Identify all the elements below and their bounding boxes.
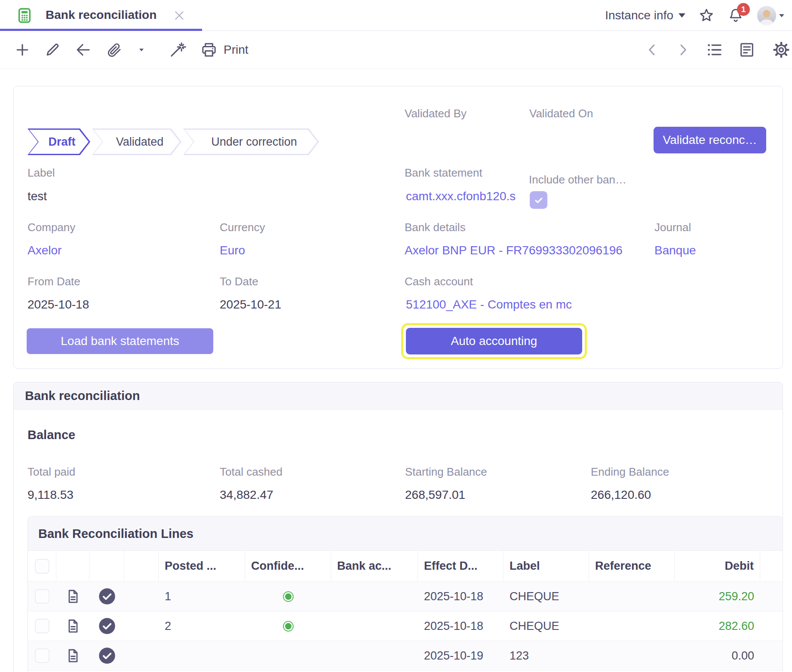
header-reference[interactable]: Reference bbox=[589, 551, 675, 581]
attachment-paperclip-button[interactable] bbox=[106, 42, 123, 58]
settings-gear-icon[interactable] bbox=[772, 41, 790, 59]
print-button[interactable]: Print bbox=[200, 41, 249, 58]
bank-statement-label: Bank statement bbox=[405, 166, 482, 180]
panel-title: Bank reconciliation bbox=[14, 382, 783, 409]
header-label[interactable]: Label bbox=[503, 551, 589, 581]
cell-posted: 1 bbox=[159, 590, 245, 603]
lines-table-header: Posted ... Confide... Bank ac... Effect … bbox=[28, 551, 783, 581]
currency-label: Currency bbox=[220, 221, 265, 234]
starting-balance-value: 268,597.01 bbox=[405, 488, 465, 502]
total-cashed-value: 34,882.47 bbox=[220, 488, 273, 502]
cell-debit: 0.00 bbox=[675, 649, 760, 663]
tab-bar: Bank reconciliation Instance info 1 bbox=[0, 0, 792, 31]
chevron-down-icon bbox=[779, 14, 784, 17]
document-icon[interactable] bbox=[56, 648, 89, 663]
bank-statement-link[interactable]: camt.xxx.cfonb120.s bbox=[406, 189, 516, 203]
reconciliation-lines-card: Bank Reconciliation Lines Posted ... Con… bbox=[28, 516, 783, 672]
cell-debit: 282.60 bbox=[675, 620, 760, 633]
toolbar: Print bbox=[0, 31, 792, 69]
row-checkbox[interactable] bbox=[35, 619, 49, 633]
status-stepper: Draft Validated Under correction bbox=[28, 128, 319, 155]
to-date-value: 2025-10-21 bbox=[220, 298, 281, 312]
cell-posted: 2 bbox=[159, 620, 245, 633]
header-debit[interactable]: Debit bbox=[675, 551, 760, 581]
table-row[interactable]: 2 2025-10-18 CHEQUE 282.60 bbox=[28, 611, 783, 641]
select-all-checkbox[interactable] bbox=[35, 559, 49, 574]
ending-balance-value: 266,120.60 bbox=[591, 488, 651, 502]
row-checkbox[interactable] bbox=[35, 589, 49, 604]
auto-accounting-button[interactable]: Auto accounting bbox=[406, 328, 582, 354]
header-doc-col bbox=[56, 551, 89, 581]
next-record-chevron[interactable] bbox=[675, 42, 691, 58]
posted-check-icon[interactable] bbox=[89, 646, 124, 665]
total-paid-label: Total paid bbox=[28, 465, 75, 479]
bank-details-label: Bank details bbox=[405, 221, 466, 234]
balance-section-title: Balance bbox=[28, 428, 75, 442]
list-view-icon[interactable] bbox=[706, 41, 723, 58]
notification-badge: 1 bbox=[737, 3, 750, 16]
validate-reconciliation-button[interactable]: Validate reconc… bbox=[654, 127, 766, 153]
status-pill-validated: Validated bbox=[92, 128, 181, 155]
favorite-star-icon[interactable] bbox=[698, 7, 715, 24]
header-posted[interactable]: Posted ... bbox=[159, 551, 245, 581]
cell-label: CHEQUE bbox=[503, 590, 589, 603]
posted-check-icon[interactable] bbox=[89, 587, 124, 606]
journal-link[interactable]: Banque bbox=[654, 244, 696, 257]
label-field-value: test bbox=[28, 189, 47, 203]
row-checkbox[interactable] bbox=[35, 648, 49, 663]
total-cashed-label: Total cashed bbox=[220, 465, 282, 479]
include-other-label: Include other ban… bbox=[529, 173, 626, 186]
bank-details-link[interactable]: Axelor BNP EUR - FR769933302096196 bbox=[405, 244, 623, 257]
magic-wand-button[interactable] bbox=[169, 41, 186, 58]
include-other-checkbox[interactable] bbox=[530, 191, 547, 209]
company-link[interactable]: Axelor bbox=[28, 244, 61, 257]
validated-on-label: Validated On bbox=[529, 107, 593, 120]
bank-reconciliation-panel: Bank reconciliation Balance Total paid 9… bbox=[13, 382, 783, 672]
header-cut-col bbox=[760, 551, 783, 581]
document-icon[interactable] bbox=[56, 589, 89, 604]
from-date-value: 2025-10-18 bbox=[28, 298, 89, 312]
ending-balance-label: Ending Balance bbox=[591, 465, 669, 479]
starting-balance-label: Starting Balance bbox=[405, 465, 487, 479]
avatar bbox=[757, 6, 777, 25]
instance-info-menu[interactable]: Instance info bbox=[605, 9, 685, 22]
status-pill-draft: Draft bbox=[28, 128, 90, 155]
calculator-icon bbox=[16, 7, 33, 24]
cash-account-label: Cash account bbox=[405, 275, 473, 288]
header-empty-col bbox=[124, 551, 159, 581]
edit-pencil-button[interactable] bbox=[44, 42, 61, 58]
cell-label: 123 bbox=[503, 649, 589, 663]
form-view-icon[interactable] bbox=[738, 41, 755, 58]
user-menu[interactable] bbox=[757, 6, 784, 25]
confidence-indicator bbox=[245, 591, 331, 602]
journal-label: Journal bbox=[654, 221, 691, 234]
prev-record-chevron[interactable] bbox=[644, 42, 660, 58]
auto-accounting-highlight-ring: Auto accounting bbox=[401, 323, 587, 359]
instance-info-label: Instance info bbox=[605, 9, 673, 22]
table-row[interactable]: 1 2025-10-18 CHEQUE 259.20 bbox=[28, 581, 783, 611]
document-icon[interactable] bbox=[56, 618, 89, 634]
cash-account-link[interactable]: 512100_AXE - Comptes en mc bbox=[406, 298, 572, 312]
cell-effect-date: 2025-10-19 bbox=[418, 649, 503, 663]
tab-title[interactable]: Bank reconciliation bbox=[46, 0, 157, 30]
back-arrow-button[interactable] bbox=[74, 41, 92, 58]
validated-by-label: Validated By bbox=[405, 107, 467, 120]
posted-check-icon[interactable] bbox=[89, 617, 124, 635]
label-field-label: Label bbox=[28, 166, 55, 180]
attachment-dropdown-caret[interactable] bbox=[138, 46, 145, 54]
company-label: Company bbox=[28, 221, 75, 234]
notifications-bell-icon[interactable]: 1 bbox=[728, 7, 744, 24]
to-date-label: To Date bbox=[220, 275, 258, 288]
cell-label: CHEQUE bbox=[503, 620, 589, 633]
close-tab-icon[interactable] bbox=[172, 8, 187, 23]
new-record-button[interactable] bbox=[14, 42, 31, 58]
partial-next-row bbox=[28, 670, 783, 672]
header-bank-account[interactable]: Bank ac... bbox=[331, 551, 418, 581]
chevron-down-icon bbox=[678, 13, 685, 18]
header-effect-date[interactable]: Effect D... bbox=[418, 551, 503, 581]
currency-link[interactable]: Euro bbox=[220, 244, 245, 257]
header-confidence[interactable]: Confide... bbox=[245, 551, 331, 581]
table-row[interactable]: 2025-10-19 123 0.00 bbox=[28, 641, 783, 670]
load-bank-statements-button[interactable]: Load bank statements bbox=[27, 328, 213, 354]
print-label: Print bbox=[224, 43, 249, 57]
